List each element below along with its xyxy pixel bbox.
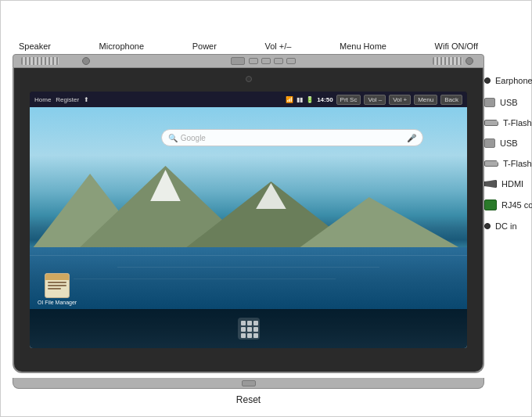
- wallpaper: 🔍 Google 🎤 OI File Manager: [30, 107, 467, 348]
- tablet-screen[interactable]: Home Register ⬆ 📶 ▮▮ 🔋 14:50 Prt Sc Vol …: [30, 92, 467, 348]
- earphone-connector: [484, 77, 491, 84]
- signal-icon: 📶: [286, 96, 293, 103]
- dcin-connector: [484, 223, 491, 229]
- power-label: Power: [192, 41, 217, 51]
- file-manager-icon[interactable]: OI File Manager: [38, 273, 77, 305]
- mountain-svg: [30, 158, 467, 252]
- rj45-port: RJ45 connector: [484, 200, 532, 210]
- nav-icon: ⬆: [84, 96, 89, 103]
- rj45-connector: [484, 200, 497, 210]
- vol-label: Vol +/–: [264, 41, 291, 51]
- usb1-label: USB: [500, 98, 518, 107]
- hdmi-label: HDMI: [501, 179, 523, 189]
- tflash2-label: T-Flash: [503, 159, 532, 168]
- menu-home-label: Menu Home: [340, 41, 386, 51]
- vol-up-button[interactable]: [261, 58, 271, 64]
- usb2-port: USB: [484, 138, 518, 148]
- wifi-grille: [433, 57, 462, 65]
- top-bar: [13, 54, 484, 68]
- hdmi-connector: [484, 180, 497, 188]
- microphone-button: [82, 57, 90, 65]
- usb1-connector: [484, 98, 495, 107]
- vol-down-button[interactable]: [249, 58, 258, 64]
- tflash1-label: T-Flash: [503, 118, 532, 128]
- tablet-body: Home Register ⬆ 📶 ▮▮ 🔋 14:50 Prt Sc Vol …: [13, 68, 484, 373]
- earphone-port: Earphone: [484, 76, 532, 85]
- home-nav[interactable]: Home: [34, 96, 51, 103]
- register-nav[interactable]: Register: [56, 96, 79, 103]
- menu-button[interactable]: [274, 58, 283, 64]
- speaker-grille: [21, 57, 59, 65]
- home-button[interactable]: [286, 58, 296, 64]
- prtsc-btn[interactable]: Prt Sc: [336, 95, 361, 105]
- vol-minus-btn[interactable]: Vol –: [364, 95, 386, 105]
- wifi-button[interactable]: [466, 57, 473, 65]
- earphone-label: Earphone: [495, 76, 532, 85]
- usb2-connector: [484, 138, 495, 148]
- bottom-dock: [30, 309, 467, 348]
- status-bar: Home Register ⬆ 📶 ▮▮ 🔋 14:50 Prt Sc Vol …: [30, 92, 467, 107]
- tablet-diagram: Speaker Microphone Power Vol +/– Menu Ho…: [0, 0, 532, 417]
- file-icon-graphic: [45, 273, 70, 298]
- usb2-label: USB: [500, 138, 518, 148]
- wifi-signal-icon: ▮▮: [297, 96, 303, 103]
- reset-label: Reset: [13, 394, 484, 405]
- search-bar[interactable]: 🔍 Google 🎤: [161, 129, 423, 146]
- power-button[interactable]: [231, 57, 245, 65]
- back-btn[interactable]: Back: [440, 95, 462, 105]
- speaker-label: Speaker: [19, 41, 51, 51]
- top-labels: Speaker Microphone Power Vol +/– Menu Ho…: [13, 41, 484, 51]
- menu-nav-btn[interactable]: Menu: [414, 95, 437, 105]
- status-bar-left: Home Register ⬆: [34, 96, 89, 103]
- tflash2-connector: [484, 160, 498, 167]
- search-icon: 🔍: [168, 134, 178, 142]
- hdmi-port: HDMI: [484, 179, 523, 189]
- microphone-label: Microphone: [99, 41, 144, 51]
- status-bar-right: 📶 ▮▮ 🔋 14:50 Prt Sc Vol – Vol + Menu Bac…: [286, 95, 462, 105]
- battery-icon: 🔋: [306, 96, 314, 103]
- bottom-bar: [13, 378, 484, 389]
- wifi-label: Wifi ON/Off: [435, 41, 478, 51]
- dcin-label: DC in: [495, 221, 517, 231]
- rj45-label: RJ45 connector: [501, 200, 532, 210]
- usb1-port: USB: [484, 98, 518, 107]
- reset-button[interactable]: [242, 380, 256, 386]
- apps-icon[interactable]: [238, 318, 260, 340]
- camera: [246, 76, 252, 82]
- clock: 14:50: [317, 96, 332, 103]
- reset-text: Reset: [236, 394, 261, 405]
- mic-search-icon: 🎤: [407, 134, 416, 142]
- file-manager-label: OI File Manager: [38, 300, 77, 305]
- google-placeholder: Google: [181, 134, 407, 142]
- tflash1-port: T-Flash: [484, 118, 532, 128]
- tflash2-port: T-Flash: [484, 159, 532, 168]
- tflash1-connector: [484, 120, 498, 126]
- right-ports: Earphone USB T-Flash USB T-Flash HDMI RJ…: [484, 68, 531, 373]
- dcin-port: DC in: [484, 221, 517, 231]
- vol-plus-btn[interactable]: Vol +: [389, 95, 411, 105]
